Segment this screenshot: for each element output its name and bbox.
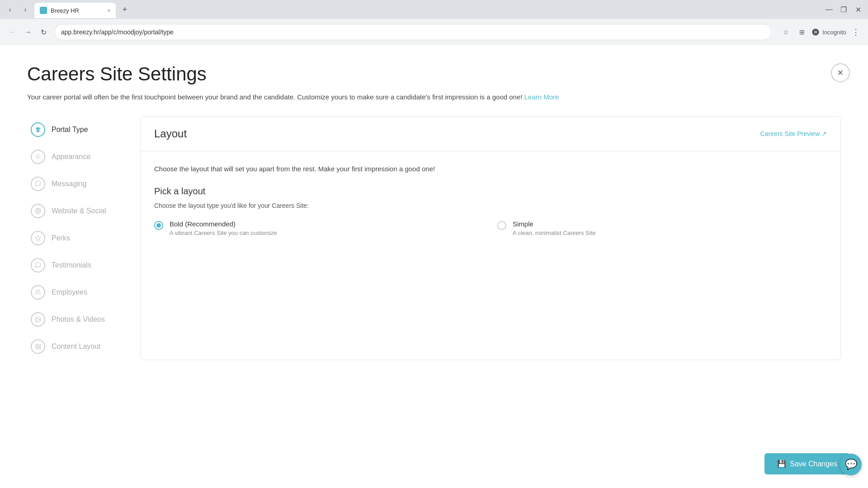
sidebar-item-portal-type[interactable]: Portal Type — [27, 116, 127, 143]
svg-rect-8 — [38, 347, 40, 349]
sidebar-item-photos-videos[interactable]: Photos & Videos — [27, 306, 127, 333]
sidebar-label-appearance: Appearance — [52, 153, 90, 161]
svg-point-5 — [37, 318, 38, 319]
layout-option-simple[interactable]: Simple A clean, minimalist Careers Site — [497, 220, 827, 236]
chat-icon: 💬 — [845, 459, 857, 470]
learn-more-link[interactable]: Learn More — [524, 93, 559, 101]
svg-rect-7 — [38, 344, 40, 346]
sidebar-item-website-social[interactable]: Website & Social — [27, 197, 127, 225]
window-controls: — ❐ ✕ — [823, 3, 864, 16]
content-layout-icon — [31, 339, 45, 354]
sidebar-label-perks: Perks — [52, 234, 70, 242]
reload-btn[interactable]: ↻ — [36, 25, 51, 39]
sidebar-item-employees[interactable]: Employees — [27, 279, 127, 306]
save-changes-button[interactable]: 💾 Save Changes — [764, 453, 850, 474]
sidebar-label-messaging: Messaging — [52, 180, 86, 188]
sidebar: Portal Type Appearance Messaging — [27, 116, 127, 360]
page-inner: × Careers Site Settings Your career port… — [0, 45, 868, 378]
new-tab-button[interactable]: + — [118, 3, 131, 16]
incognito-label: Incognito — [822, 29, 846, 36]
preview-link-text: Careers Site Preview — [760, 130, 820, 137]
extensions-btn[interactable]: ⊞ — [795, 25, 809, 39]
svg-point-3 — [36, 290, 38, 292]
nav-buttons: ← → ↻ — [5, 25, 51, 39]
panel-title: Layout — [154, 127, 187, 140]
tab-favicon — [40, 7, 47, 14]
layout-options: Bold (Recommended) A vibrant Careers Sit… — [154, 220, 827, 236]
tab-nav-forward[interactable]: › — [19, 3, 32, 16]
option-simple-name: Simple — [513, 220, 827, 228]
layout-option-bold[interactable]: Bold (Recommended) A vibrant Careers Sit… — [154, 220, 484, 236]
sidebar-label-website-social: Website & Social — [52, 207, 106, 215]
radio-bold[interactable] — [154, 221, 163, 230]
save-label: Save Changes — [790, 460, 837, 468]
employees-icon — [31, 285, 45, 300]
sidebar-item-testimonials[interactable]: Testimonials — [27, 252, 127, 279]
panel-header: Layout Careers Site Preview ↗ — [141, 117, 840, 151]
option-bold-name: Bold (Recommended) — [170, 220, 484, 228]
option-bold-details: Bold (Recommended) A vibrant Careers Sit… — [170, 220, 484, 236]
browser-chrome: ‹ › Breezy HR × + — ❐ ✕ ← → ↻ ☆ ⊞ — [0, 0, 868, 45]
pick-layout-title: Pick a layout — [154, 186, 827, 197]
tab-close-btn[interactable]: × — [108, 8, 110, 13]
portal-type-icon — [31, 122, 45, 137]
website-social-icon — [31, 204, 45, 218]
incognito-badge: Incognito — [811, 25, 846, 39]
description-text: Your career portal will often be the fir… — [27, 93, 522, 101]
sidebar-item-appearance[interactable]: Appearance — [27, 143, 127, 170]
sidebar-label-portal-type: Portal Type — [52, 126, 88, 134]
page-header: Careers Site Settings Your career portal… — [27, 63, 841, 103]
svg-point-0 — [37, 156, 39, 158]
address-bar: ← → ↻ ☆ ⊞ Incognito ⋮ — [0, 19, 868, 45]
tab-bar: ‹ › Breezy HR × + — ❐ ✕ — [0, 0, 868, 19]
svg-rect-6 — [36, 344, 38, 346]
option-simple-desc: A clean, minimalist Careers Site — [513, 230, 827, 236]
address-input[interactable] — [61, 28, 765, 36]
page-description: Your career portal will often be the fir… — [27, 92, 841, 103]
save-icon: 💾 — [777, 460, 786, 468]
preview-link[interactable]: Careers Site Preview ↗ — [760, 130, 827, 137]
testimonials-icon — [31, 258, 45, 272]
window-close-btn[interactable]: ✕ — [852, 3, 864, 16]
radio-simple[interactable] — [497, 221, 506, 230]
address-input-wrap[interactable] — [54, 24, 772, 40]
sidebar-item-perks[interactable]: Perks — [27, 225, 127, 252]
content-layout: Portal Type Appearance Messaging — [27, 116, 841, 360]
sidebar-item-messaging[interactable]: Messaging — [27, 170, 127, 197]
appearance-icon — [31, 150, 45, 164]
window-restore-btn[interactable]: ❐ — [837, 3, 850, 16]
sidebar-label-testimonials: Testimonials — [52, 261, 91, 269]
main-panel: Layout Careers Site Preview ↗ Choose the… — [140, 116, 841, 360]
external-link-icon: ↗ — [821, 130, 827, 137]
close-button[interactable]: × — [831, 63, 850, 82]
sidebar-item-content-layout[interactable]: Content Layout — [27, 333, 127, 360]
panel-body: Choose the layout that will set you apar… — [141, 151, 840, 250]
svg-rect-9 — [36, 347, 38, 349]
perks-icon — [31, 231, 45, 245]
forward-btn[interactable]: → — [21, 25, 35, 39]
window-minimize-btn[interactable]: — — [823, 3, 835, 16]
sidebar-label-photos-videos: Photos & Videos — [52, 315, 105, 324]
option-simple-details: Simple A clean, minimalist Careers Site — [513, 220, 827, 236]
layout-intro: Choose the layout that will set you apar… — [154, 165, 827, 173]
tab-bar-left: ‹ › Breezy HR × + — [4, 1, 131, 18]
bookmark-btn[interactable]: ☆ — [779, 25, 793, 39]
page-content: × Careers Site Settings Your career port… — [0, 45, 868, 488]
sidebar-label-content-layout: Content Layout — [52, 343, 101, 351]
tab-label: Breezy HR — [51, 7, 79, 14]
pick-layout-desc: Choose the layout type you'd like for yo… — [154, 202, 827, 209]
chat-widget[interactable]: 💬 — [840, 454, 862, 475]
address-bar-icons: ☆ ⊞ Incognito ⋮ — [779, 25, 863, 39]
svg-marker-2 — [35, 235, 41, 240]
messaging-icon — [31, 177, 45, 191]
photos-videos-icon — [31, 312, 45, 327]
page-title: Careers Site Settings — [27, 63, 841, 85]
tab-nav-back[interactable]: ‹ — [4, 3, 16, 16]
option-bold-desc: A vibrant Careers Site you can customize — [170, 230, 484, 236]
browser-tab-active[interactable]: Breezy HR × — [34, 3, 116, 18]
browser-menu-btn[interactable]: ⋮ — [849, 25, 863, 39]
back-btn[interactable]: ← — [5, 25, 20, 39]
sidebar-label-employees: Employees — [52, 288, 87, 296]
